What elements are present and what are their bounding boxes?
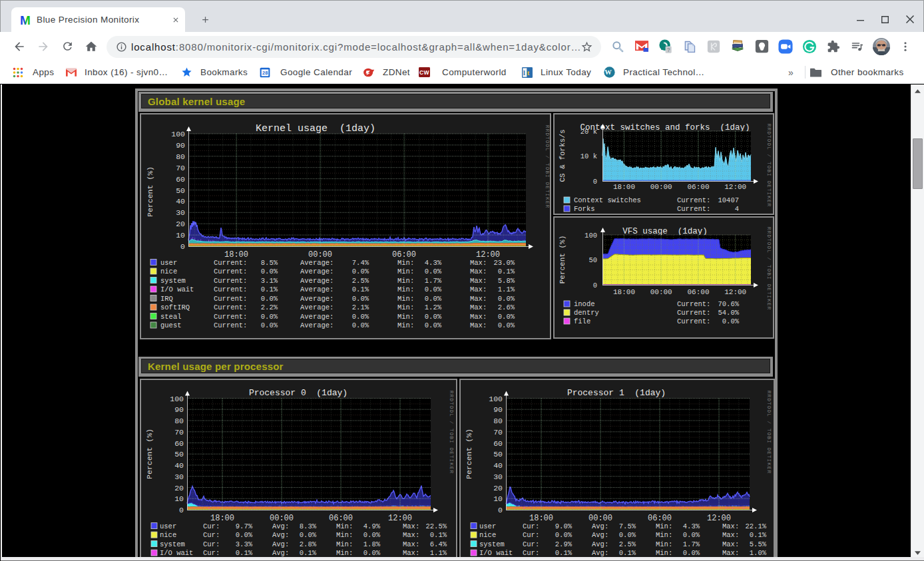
svg-text:7.4%: 7.4% xyxy=(352,259,369,267)
svg-text:Cur:: Cur: xyxy=(523,549,539,557)
svg-text:10407: 10407 xyxy=(718,196,739,204)
svg-text:40: 40 xyxy=(174,461,184,470)
svg-text:2.5%: 2.5% xyxy=(619,540,636,548)
svg-text:Average:: Average: xyxy=(300,313,334,321)
svg-text:30: 30 xyxy=(176,208,185,217)
svg-text:0.1%: 0.1% xyxy=(261,285,278,293)
svg-text:0.0%: 0.0% xyxy=(683,531,700,539)
svg-text:100: 100 xyxy=(584,232,597,240)
svg-text:1.8%: 1.8% xyxy=(363,540,381,548)
svg-text:0.0%: 0.0% xyxy=(425,268,442,276)
svg-text:Percent (%): Percent (%) xyxy=(465,429,473,479)
svg-text:60: 60 xyxy=(176,175,185,184)
svg-text:Avg:: Avg: xyxy=(272,549,289,557)
svg-text:Current:: Current: xyxy=(677,309,710,317)
svg-text:Current:: Current: xyxy=(214,285,247,293)
svg-text:Max:: Max: xyxy=(470,313,487,321)
svg-text:4.3%: 4.3% xyxy=(683,522,700,530)
svg-text:Min:: Min: xyxy=(397,277,414,285)
svg-text:Current:: Current: xyxy=(677,196,710,204)
svg-text:Max:: Max: xyxy=(403,549,419,557)
svg-text:Min:: Min: xyxy=(336,522,353,530)
svg-text:0.0%: 0.0% xyxy=(425,295,442,303)
svg-text:20: 20 xyxy=(174,484,184,492)
svg-text:90: 90 xyxy=(174,405,184,414)
svg-text:Min:: Min: xyxy=(397,285,414,293)
svg-text:Percent (%): Percent (%) xyxy=(146,166,154,217)
svg-text:0: 0 xyxy=(593,178,597,186)
svg-text:06:00: 06:00 xyxy=(687,288,709,296)
svg-text:20 k: 20 k xyxy=(580,128,597,136)
svg-text:40: 40 xyxy=(493,461,503,470)
svg-text:RRDTOOL / TOBI OETIKER: RRDTOOL / TOBI OETIKER xyxy=(766,124,772,207)
svg-text:Current:: Current: xyxy=(677,317,710,325)
svg-text:0: 0 xyxy=(180,242,185,251)
svg-text:t: t xyxy=(527,69,530,77)
svg-text:10 k: 10 k xyxy=(580,152,597,160)
svg-text:80: 80 xyxy=(176,152,185,161)
svg-text:8.5%: 8.5% xyxy=(261,259,278,267)
svg-text:06:00: 06:00 xyxy=(648,514,672,523)
svg-text:54.0%: 54.0% xyxy=(718,309,739,317)
svg-text:nice: nice xyxy=(160,531,176,539)
svg-text:I/O wait: I/O wait xyxy=(160,549,193,557)
svg-text:Max:: Max: xyxy=(470,321,487,329)
svg-text:Current:: Current: xyxy=(677,300,710,308)
svg-text:10: 10 xyxy=(176,231,185,240)
svg-text:28: 28 xyxy=(262,70,268,76)
svg-text:?: ? xyxy=(667,47,670,53)
svg-text:0.0%: 0.0% xyxy=(352,321,369,329)
svg-text:Avg:: Avg: xyxy=(592,522,608,530)
svg-text:4: 4 xyxy=(735,205,739,213)
svg-text:Avg:: Avg: xyxy=(592,540,608,548)
svg-text:60: 60 xyxy=(493,439,503,448)
svg-text:1.0%: 1.0% xyxy=(750,549,767,557)
svg-text:l: l xyxy=(523,69,525,77)
svg-text:18:00: 18:00 xyxy=(613,183,635,191)
svg-text:0: 0 xyxy=(179,506,184,514)
svg-text:Max:: Max: xyxy=(470,295,487,303)
svg-text:user: user xyxy=(479,522,496,530)
svg-text:0.0%: 0.0% xyxy=(363,531,381,539)
svg-text:Current:: Current: xyxy=(677,205,710,213)
svg-text:0.0%: 0.0% xyxy=(352,295,369,303)
svg-text:9.0%: 9.0% xyxy=(555,522,573,530)
svg-text:7.5%: 7.5% xyxy=(619,522,636,530)
svg-text:12:00: 12:00 xyxy=(707,514,731,523)
svg-text:Kernel usage (1day): Kernel usage (1day) xyxy=(256,123,375,134)
svg-text:1.7%: 1.7% xyxy=(425,277,442,285)
svg-text:Min:: Min: xyxy=(656,531,672,539)
svg-text:2.8%: 2.8% xyxy=(300,540,317,548)
svg-text:Min:: Min: xyxy=(336,549,353,557)
svg-text:8.3%: 8.3% xyxy=(300,522,317,530)
svg-text:0.0%: 0.0% xyxy=(261,313,278,321)
svg-text:2.1%: 2.1% xyxy=(352,303,369,311)
svg-text:Min:: Min: xyxy=(656,549,672,557)
svg-text:Average:: Average: xyxy=(300,259,334,267)
svg-text:10: 10 xyxy=(174,494,184,503)
svg-text:W: W xyxy=(604,69,612,76)
svg-text:RRDTOOL / TOBI OETIKER: RRDTOOL / TOBI OETIKER xyxy=(766,227,772,310)
svg-text:Min:: Min: xyxy=(397,313,414,321)
svg-text:12:00: 12:00 xyxy=(724,183,746,191)
svg-text:60: 60 xyxy=(174,439,184,448)
svg-text:Current:: Current: xyxy=(214,277,247,285)
svg-text:1.2%: 1.2% xyxy=(425,303,442,311)
svg-text:22.5%: 22.5% xyxy=(425,522,447,530)
svg-text:80: 80 xyxy=(493,417,503,425)
svg-text:inode: inode xyxy=(574,300,595,308)
svg-text:Min:: Min: xyxy=(397,259,414,267)
svg-text:Context switches: Context switches xyxy=(574,196,641,204)
svg-text:0: 0 xyxy=(498,506,503,514)
svg-text:23.0%: 23.0% xyxy=(493,259,515,267)
svg-text:Percent (%): Percent (%) xyxy=(145,429,154,479)
svg-text:0.1%: 0.1% xyxy=(619,549,636,557)
svg-text:0.1%: 0.1% xyxy=(555,549,573,557)
svg-text:4.3%: 4.3% xyxy=(425,259,442,267)
svg-text:70: 70 xyxy=(493,428,503,437)
svg-text:20: 20 xyxy=(176,220,185,228)
svg-text:Avg:: Avg: xyxy=(592,531,608,539)
svg-text:Max:: Max: xyxy=(470,303,487,311)
svg-text:Max:: Max: xyxy=(470,285,487,293)
svg-text:0.1%: 0.1% xyxy=(750,531,767,539)
